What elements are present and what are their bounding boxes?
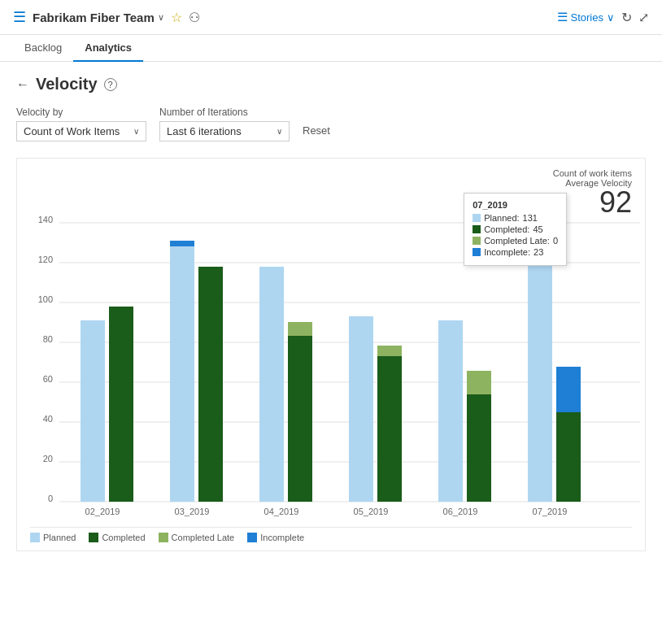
bar-planned-0	[81, 320, 105, 502]
svg-text:07_2019: 07_2019	[533, 507, 568, 516]
page-header: ← Velocity ?	[16, 75, 646, 94]
header-right-actions: ☰ Stories ∨ ↻ ⤢	[557, 10, 649, 25]
svg-text:06_2019: 06_2019	[443, 507, 478, 516]
stories-label: Stories	[571, 11, 603, 24]
bar-completed-1	[198, 267, 223, 502]
team-chevron-icon[interactable]: ∨	[158, 12, 164, 23]
legend-planned: Planned	[30, 533, 76, 542]
legend-incomplete-label: Incomplete	[260, 533, 304, 542]
legend-completed-late: Completed Late	[159, 533, 235, 542]
bar-planned-1	[170, 245, 194, 502]
bar-completed-5	[556, 412, 581, 502]
legend-completedlate-color	[159, 533, 168, 542]
favorite-icon[interactable]: ☆	[171, 10, 182, 25]
legend-completed-color	[89, 533, 98, 542]
chart-area: Count of work items Average Velocity 92 …	[16, 158, 646, 551]
svg-text:03_2019: 03_2019	[175, 507, 210, 516]
velocity-by-label: Velocity by	[16, 107, 146, 118]
velocity-by-chevron-icon: ∨	[133, 127, 139, 136]
iterations-value: Last 6 iterations	[167, 125, 242, 137]
legend-incomplete-color	[247, 533, 257, 542]
chart-legend: Planned Completed Completed Late Incompl…	[30, 527, 632, 542]
velocity-by-value: Count of Work Items	[24, 125, 120, 137]
main-content: ← Velocity ? Velocity by Count of Work I…	[0, 62, 662, 564]
tab-backlog[interactable]: Backlog	[13, 35, 73, 62]
legend-completedlate-label: Completed Late	[172, 533, 235, 542]
app-header: ☰ Fabrikam Fiber Team ∨ ☆ ⚇ ☰ Stories ∨ …	[0, 0, 662, 35]
team-name: Fabrikam Fiber Team	[33, 11, 155, 24]
iterations-chevron-icon: ∨	[277, 127, 282, 136]
help-icon[interactable]: ?	[104, 78, 117, 91]
legend-planned-label: Planned	[43, 533, 76, 542]
svg-text:02_2019: 02_2019	[85, 507, 120, 516]
svg-text:05_2019: 05_2019	[354, 507, 389, 516]
page-title: Velocity	[36, 75, 98, 94]
svg-text:60: 60	[43, 374, 53, 384]
legend-completed-label: Completed	[102, 533, 145, 542]
svg-text:04_2019: 04_2019	[264, 507, 299, 516]
bar-planned-5	[528, 241, 552, 502]
chart-svg: 0 20 40 60 80 100 120 140	[30, 176, 648, 518]
legend-planned-color	[30, 533, 40, 542]
svg-text:0: 0	[48, 494, 53, 503]
refresh-button[interactable]: ↻	[621, 10, 632, 25]
bar-planned-2	[259, 267, 284, 502]
filters-row: Velocity by Count of Work Items ∨ Number…	[16, 107, 646, 141]
app-icon: ☰	[13, 8, 26, 26]
svg-text:40: 40	[43, 414, 53, 424]
stories-icon: ☰	[557, 10, 568, 24]
tab-analytics[interactable]: Analytics	[73, 35, 143, 62]
legend-incomplete: Incomplete	[247, 533, 304, 542]
team-members-icon[interactable]: ⚇	[189, 10, 200, 25]
velocity-by-filter: Velocity by Count of Work Items ∨	[16, 107, 146, 141]
bar-completed-2	[288, 336, 312, 502]
back-button[interactable]: ←	[16, 77, 29, 92]
stories-chevron-icon: ∨	[607, 11, 615, 24]
iterations-select[interactable]: Last 6 iterations ∨	[159, 121, 290, 141]
svg-text:20: 20	[43, 454, 53, 463]
bar-completedlate-2	[288, 322, 312, 336]
svg-text:80: 80	[43, 334, 53, 344]
svg-text:120: 120	[38, 255, 53, 264]
bar-completed-0	[109, 307, 133, 502]
bar-planned-3	[349, 316, 373, 502]
bar-completed-4	[467, 394, 491, 502]
bar-extra-1	[170, 241, 194, 246]
expand-button[interactable]: ⤢	[638, 10, 649, 25]
bar-planned-4	[438, 320, 463, 502]
nav-tabs: Backlog Analytics	[0, 35, 662, 62]
bar-incomplete-5	[556, 367, 581, 412]
legend-completed: Completed	[89, 533, 145, 542]
iterations-filter: Number of Iterations Last 6 iterations ∨	[159, 107, 290, 141]
bar-completedlate-4	[467, 371, 491, 394]
reset-button[interactable]: Reset	[303, 121, 330, 140]
bar-completedlate-3	[377, 346, 402, 356]
svg-text:100: 100	[38, 294, 53, 304]
bar-completed-3	[377, 356, 402, 502]
iterations-label: Number of Iterations	[159, 107, 290, 118]
velocity-by-select[interactable]: Count of Work Items ∨	[16, 121, 146, 141]
stories-button[interactable]: ☰ Stories ∨	[557, 10, 615, 24]
svg-text:140: 140	[38, 215, 53, 224]
bar-chart: 0 20 40 60 80 100 120 140	[30, 176, 632, 520]
